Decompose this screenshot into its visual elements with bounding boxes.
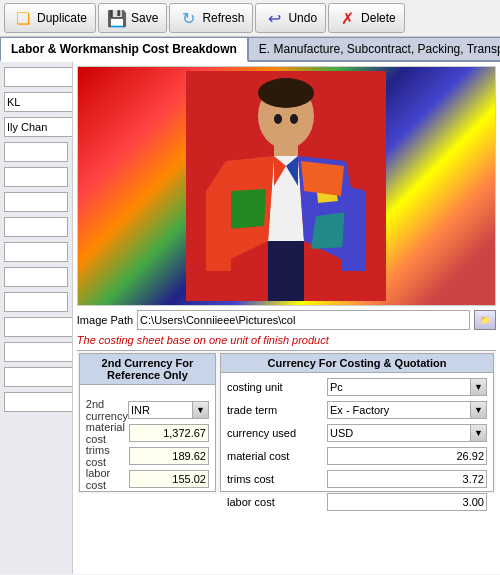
refresh-icon: ↻: [178, 8, 198, 28]
svg-point-13: [274, 114, 282, 124]
left-row-empty-2: [4, 141, 68, 163]
empty-field-6[interactable]: [4, 242, 68, 262]
field-ilychan: ▼: [4, 117, 68, 137]
empty-field-3[interactable]: [4, 167, 68, 187]
toolbar: ❏ Duplicate 💾 Save ↻ Refresh ↩ Undo ✗ De…: [0, 0, 500, 37]
product-image: [77, 66, 496, 306]
trade-term-input[interactable]: [327, 401, 471, 419]
browse-button[interactable]: 📁: [474, 310, 496, 330]
labor-cost-input[interactable]: [129, 470, 209, 488]
input-kl[interactable]: [4, 92, 73, 112]
material-cost-value: [129, 424, 209, 442]
empty-field-7[interactable]: [4, 267, 68, 287]
duplicate-icon: ❏: [13, 8, 33, 28]
trade-term-label: trade term: [227, 404, 327, 416]
svg-point-14: [290, 114, 298, 124]
input-ilychan[interactable]: [4, 117, 73, 137]
labor-cost-row: labor cost: [86, 469, 209, 489]
currency-used-combo: ▼: [327, 424, 487, 442]
currency-label: 2nd currency: [86, 398, 128, 422]
trims-cost-row: trims cost: [86, 446, 209, 466]
field-dd-2: ▼: [4, 342, 68, 362]
duplicate-button[interactable]: ❏ Duplicate: [4, 3, 96, 33]
empty-field-8[interactable]: [4, 292, 68, 312]
refresh-label: Refresh: [202, 11, 244, 25]
left-row-empty-5: [4, 216, 68, 238]
left-row-empty-8: [4, 291, 68, 313]
left-row-dd-3: ▼: [4, 366, 68, 388]
refresh-button[interactable]: ↻ Refresh: [169, 3, 253, 33]
image-path-row: Image Path 📁: [77, 310, 496, 330]
left-row-dd-4: ▼: [4, 391, 68, 413]
left-row-dd-1: ▼: [4, 316, 68, 338]
currency-used-label: currency used: [227, 427, 327, 439]
delete-button[interactable]: ✗ Delete: [328, 3, 405, 33]
left-row-empty-3: [4, 166, 68, 188]
undo-label: Undo: [288, 11, 317, 25]
costing-unit-combo: ▼: [327, 378, 487, 396]
svg-point-2: [258, 78, 314, 108]
input-dd-4[interactable]: [4, 392, 73, 412]
trims-cost-input[interactable]: [129, 447, 209, 465]
image-path-input[interactable]: [137, 310, 470, 330]
left-panel: ▼ ▼ ▼: [0, 62, 73, 574]
tab-manufacture[interactable]: E. Manufacture, Subcontract, Packing, Tr…: [248, 37, 500, 60]
material-cost-input[interactable]: [129, 424, 209, 442]
save-button[interactable]: 💾 Save: [98, 3, 167, 33]
costing-labor-label: labor cost: [227, 496, 327, 508]
currency-dropdown: ▼: [128, 401, 209, 419]
field-dd-3: ▼: [4, 367, 68, 387]
trade-term-combo: ▼: [327, 401, 487, 419]
costing-labor-input[interactable]: [327, 493, 487, 511]
tab-bar: Labor & Workmanship Cost Breakdown E. Ma…: [0, 37, 500, 62]
currency-dropdown-arrow[interactable]: ▼: [193, 401, 209, 419]
left-row-kl: ▼: [4, 91, 68, 113]
input-dd-3[interactable]: [4, 367, 73, 387]
input-empty-1[interactable]: [4, 67, 73, 87]
second-currency-panel: 2nd Currency For Reference Only 2nd curr…: [79, 353, 216, 492]
costing-unit-input[interactable]: [327, 378, 471, 396]
costing-material-input[interactable]: [327, 447, 487, 465]
save-icon: 💾: [107, 8, 127, 28]
second-currency-header: 2nd Currency For Reference Only: [80, 354, 215, 385]
costing-currency-body: costing unit ▼ trade term ▼: [221, 373, 493, 516]
tab-labor[interactable]: Labor & Workmanship Cost Breakdown: [0, 37, 248, 62]
trims-cost-value: [129, 447, 209, 465]
undo-button[interactable]: ↩ Undo: [255, 3, 326, 33]
left-row-ilychan: ▼: [4, 116, 68, 138]
costing-unit-label: costing unit: [227, 381, 327, 393]
delete-label: Delete: [361, 11, 396, 25]
trade-term-row: trade term ▼: [227, 400, 487, 420]
costing-material-row: material cost: [227, 446, 487, 466]
main-content: ▼ ▼ ▼: [0, 62, 500, 574]
costing-material-combo: [327, 447, 487, 465]
empty-field-4[interactable]: [4, 192, 68, 212]
input-dd-2[interactable]: [4, 342, 73, 362]
image-path-label: Image Path: [77, 314, 133, 326]
costing-trims-label: trims cost: [227, 473, 327, 485]
left-row-1: ▼: [4, 66, 68, 88]
trade-term-arrow[interactable]: ▼: [471, 401, 487, 419]
undo-icon: ↩: [264, 8, 284, 28]
costing-note: The costing sheet base on one unit of fi…: [77, 334, 496, 346]
currency-row: 2nd currency ▼: [86, 400, 209, 420]
empty-field-2[interactable]: [4, 142, 68, 162]
costing-labor-combo: [327, 493, 487, 511]
field-dd-4: ▼: [4, 392, 68, 412]
costing-currency-header: Currency For Costing & Quotation: [221, 354, 493, 373]
left-row-empty-7: [4, 266, 68, 288]
svg-rect-15: [268, 241, 304, 301]
costing-unit-arrow[interactable]: ▼: [471, 378, 487, 396]
input-dd-1[interactable]: [4, 317, 73, 337]
costing-material-label: material cost: [227, 450, 327, 462]
svg-marker-10: [228, 189, 266, 229]
costing-currency-panel: Currency For Costing & Quotation costing…: [220, 353, 494, 492]
currency-used-arrow[interactable]: ▼: [471, 424, 487, 442]
empty-field-5[interactable]: [4, 217, 68, 237]
material-cost-row: material cost: [86, 423, 209, 443]
currency-input[interactable]: [128, 401, 193, 419]
currency-used-input[interactable]: [327, 424, 471, 442]
costing-trims-input[interactable]: [327, 470, 487, 488]
product-image-svg: [186, 71, 386, 301]
left-row-dd-2: ▼: [4, 341, 68, 363]
